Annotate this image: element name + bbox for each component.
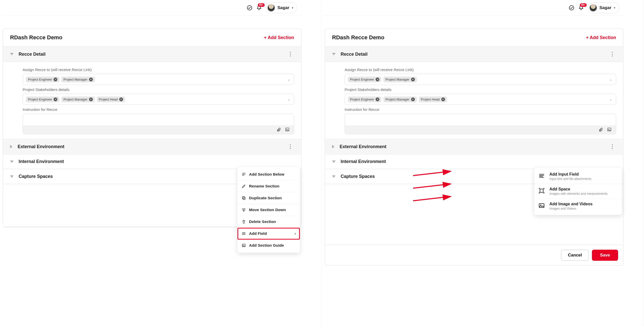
stakeholders-label: Project Stakeholders details [345, 87, 616, 92]
image-icon[interactable] [607, 127, 612, 133]
assign-recce-input[interactable]: Project Engineer✕ Project Manager✕ ⌄ [345, 74, 616, 85]
option-subtitle: Images with elements and measurements [549, 192, 608, 195]
section-recce-detail[interactable]: Recce Detail ⋮ [3, 47, 301, 62]
field-icon [242, 231, 246, 236]
copy-icon [242, 196, 246, 200]
notification-bell-icon[interactable]: 99+ [256, 5, 262, 11]
task-check-icon[interactable] [247, 5, 253, 11]
section-title: Internal Environment [19, 159, 64, 164]
chip-remove-icon[interactable]: ✕ [376, 78, 379, 81]
svg-line-15 [413, 197, 451, 201]
user-name: Sagar [277, 5, 289, 10]
chip-remove-icon[interactable]: ✕ [54, 97, 57, 101]
more-menu-icon[interactable]: ⋮ [609, 144, 616, 149]
chip-remove-icon[interactable]: ✕ [376, 97, 379, 101]
svg-rect-8 [608, 128, 611, 131]
notification-bell-icon[interactable]: 99+ [578, 5, 584, 11]
dropdown-caret-icon[interactable]: ⌄ [287, 77, 290, 81]
user-menu[interactable]: Sagar ▾ [588, 2, 619, 13]
chip-remove-icon[interactable]: ✕ [411, 78, 415, 81]
section-title: Recce Detail [341, 52, 368, 57]
panel-header: RDash Recce Demo + Add Section [325, 29, 623, 47]
user-menu[interactable]: Sagar ▾ [266, 2, 297, 13]
menu-delete-section[interactable]: Delete Section [237, 216, 300, 228]
chip: Project Engineer✕ [26, 96, 59, 102]
svg-rect-11 [539, 204, 544, 207]
chip-remove-icon[interactable]: ✕ [119, 97, 123, 101]
collapse-toggle-icon[interactable] [10, 160, 14, 163]
menu-add-section-guide[interactable]: Add Section Guide [237, 240, 300, 251]
chip: Project Engineer✕ [348, 96, 381, 102]
chip-remove-icon[interactable]: ✕ [441, 97, 445, 101]
image-media-icon [538, 202, 546, 210]
assign-label: Assign Recce to (will receive Recce Link… [345, 68, 616, 72]
option-add-image-video[interactable]: Add Image and Videos Images and Videos [534, 199, 622, 213]
collapse-toggle-icon[interactable] [332, 175, 336, 178]
add-section-button[interactable]: + Add Section [586, 35, 616, 40]
menu-add-field[interactable]: Add Field › [237, 228, 300, 240]
instruction-textarea[interactable] [345, 114, 616, 134]
assign-recce-input[interactable]: Project Engineer✕ Project Manager✕ ⌄ [23, 74, 294, 85]
chip: Project Manager✕ [383, 77, 417, 82]
textarea-toolbar [23, 125, 294, 134]
more-menu-icon[interactable]: ⋮ [287, 51, 294, 57]
menu-add-section-below[interactable]: Add Section Below [237, 169, 300, 180]
trash-icon [242, 219, 246, 224]
form-panel: RDash Recce Demo + Add Section Recce Det… [325, 28, 624, 266]
instruction-label: Instruction for Recce [23, 107, 294, 112]
section-title: External Environment [340, 144, 386, 149]
dropdown-caret-icon[interactable]: ⌄ [609, 97, 612, 101]
collapse-toggle-icon[interactable] [332, 53, 336, 55]
chip: Project Head✕ [419, 96, 447, 102]
chevron-down-icon: ▾ [614, 6, 615, 10]
chip-remove-icon[interactable]: ✕ [89, 97, 93, 101]
collapse-toggle-icon[interactable] [332, 160, 336, 163]
bounding-box-icon [538, 187, 546, 195]
cancel-button[interactable]: Cancel [561, 250, 589, 261]
attachment-icon[interactable] [276, 127, 281, 133]
section-external-environment[interactable]: External Environment ⋮ [325, 139, 623, 154]
annotation-arrow-icon [413, 169, 453, 177]
attachment-icon[interactable] [598, 127, 603, 133]
menu-rename-section[interactable]: Rename Section [237, 180, 300, 192]
add-section-button[interactable]: + Add Section [264, 35, 294, 40]
chip-remove-icon[interactable]: ✕ [89, 78, 93, 81]
svg-point-2 [287, 129, 287, 129]
expand-toggle-icon[interactable] [10, 145, 13, 148]
chevron-right-icon: › [295, 231, 296, 236]
dropdown-caret-icon[interactable]: ⌄ [287, 97, 290, 101]
instruction-label: Instruction for Recce [345, 107, 616, 112]
more-menu-icon[interactable]: ⋮ [287, 144, 294, 149]
notification-badge: 99+ [258, 3, 265, 7]
svg-point-6 [243, 245, 244, 245]
dropdown-caret-icon[interactable]: ⌄ [609, 77, 612, 81]
chip-remove-icon[interactable]: ✕ [411, 97, 415, 101]
expand-toggle-icon[interactable] [332, 145, 335, 148]
instruction-textarea[interactable] [23, 114, 294, 134]
save-button[interactable]: Save [592, 250, 618, 261]
guide-icon [242, 243, 246, 248]
section-external-environment[interactable]: External Environment ⋮ [3, 139, 301, 154]
stakeholders-input[interactable]: Project Engineer✕ Project Manager✕ Proje… [345, 94, 616, 105]
section-title: Recce Detail [19, 52, 46, 57]
option-add-space[interactable]: Add Space Images with elements and measu… [534, 184, 622, 199]
svg-line-13 [413, 171, 451, 176]
menu-move-section-down[interactable]: Move Section Down [237, 204, 300, 216]
image-icon[interactable] [285, 127, 290, 133]
pencil-icon [242, 184, 246, 188]
svg-rect-1 [286, 128, 289, 131]
option-title: Add Space [549, 187, 608, 191]
task-check-icon[interactable] [569, 5, 575, 11]
more-menu-icon[interactable]: ⋮ [609, 51, 616, 57]
section-title: External Environment [18, 144, 64, 149]
chip-remove-icon[interactable]: ✕ [54, 78, 57, 81]
menu-duplicate-section[interactable]: Duplicate Section [237, 192, 300, 204]
recce-detail-body: Assign Recce to (will receive Recce Link… [3, 62, 301, 139]
panel-header: RDash Recce Demo + Add Section [3, 29, 301, 47]
collapse-toggle-icon[interactable] [10, 53, 14, 55]
stakeholders-input[interactable]: Project Engineer✕ Project Manager✕ Proje… [23, 94, 294, 105]
add-field-popover: Add Input Field Input text and file atta… [534, 167, 622, 215]
option-add-input-field[interactable]: Add Input Field Input text and file atta… [534, 169, 622, 184]
collapse-toggle-icon[interactable] [10, 175, 14, 178]
section-recce-detail[interactable]: Recce Detail ⋮ [325, 47, 623, 62]
